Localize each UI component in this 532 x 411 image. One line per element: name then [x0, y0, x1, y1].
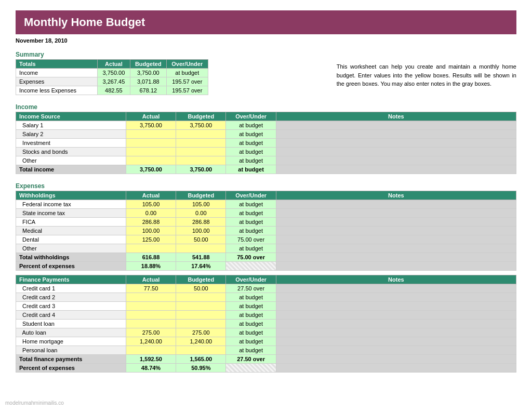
fin-row-label: Student loan: [16, 320, 126, 328]
fin-row-overunder: 27.50 over: [226, 284, 276, 293]
fin-pct-overunder: [226, 364, 276, 373]
fin-row-overunder: at budget: [226, 302, 276, 311]
finance-header-actual: Actual: [126, 275, 176, 284]
with-pct-actual: 18.88%: [126, 262, 176, 271]
with-row-overunder: at budget: [226, 209, 276, 218]
summary-table: Totals Actual Budgeted Over/Under Income…: [16, 59, 208, 95]
with-row-notes: [276, 209, 516, 218]
with-row-budgeted: 0.00: [176, 209, 226, 218]
fin-row-budgeted: [176, 293, 226, 302]
income-label: Income: [16, 103, 516, 111]
summary-header-overunder: Over/Under: [166, 60, 208, 69]
summary-row-label: Income: [16, 69, 98, 77]
fin-row-budgeted: 50.00: [176, 284, 226, 293]
with-row-actual: 105.00: [126, 200, 176, 209]
income-table: Income Source Actual Budgeted Over/Under…: [16, 112, 516, 174]
fin-row-actual: 1,240.00: [126, 337, 176, 346]
fin-row-overunder: at budget: [226, 346, 276, 355]
finance-table: Finance Payments Actual Budgeted Over/Un…: [16, 275, 516, 373]
watermark: modelrumahminimailis.co: [5, 400, 64, 406]
fin-row-notes: [276, 293, 516, 302]
summary-row-overunder: 195.57 over: [166, 77, 208, 86]
fin-pct-label: Percent of expenses: [16, 364, 126, 373]
with-total-budgeted: 541.88: [176, 253, 226, 262]
income-total-budgeted: 3,750.00: [176, 165, 226, 174]
with-row-overunder: 75.00 over: [226, 235, 276, 244]
fin-row-notes: [276, 311, 516, 320]
fin-row-label: Auto loan: [16, 328, 126, 337]
withholdings-header-source: Withholdings: [16, 191, 126, 200]
expenses-label: Expenses: [16, 182, 516, 190]
income-row-budgeted: 3,750.00: [176, 121, 226, 130]
income-row-overunder: at budget: [226, 121, 276, 130]
fin-row-overunder: at budget: [226, 328, 276, 337]
income-row-budgeted: [176, 148, 226, 156]
with-pct-label: Percent of expenses: [16, 262, 126, 271]
fin-row-budgeted: 1,240.00: [176, 337, 226, 346]
income-row-notes: [276, 130, 516, 139]
fin-pct-budgeted: 50.95%: [176, 364, 226, 373]
income-header-notes: Notes: [276, 112, 516, 121]
income-header-actual: Actual: [126, 112, 176, 121]
fin-row-label: Personal loan: [16, 346, 126, 355]
with-row-notes: [276, 244, 516, 253]
income-row-actual: [126, 156, 176, 165]
with-row-notes: [276, 200, 516, 209]
income-row-label: Salary 2: [16, 130, 126, 139]
fin-row-budgeted: [176, 320, 226, 328]
with-pct-budgeted: 17.64%: [176, 262, 226, 271]
with-row-overunder: at budget: [226, 200, 276, 209]
income-row-actual: [126, 148, 176, 156]
fin-pct-actual: 48.74%: [126, 364, 176, 373]
summary-row-budgeted: 3,071.88: [130, 77, 166, 86]
summary-header-totals: Totals: [16, 60, 98, 69]
page-title: Monthly Home Budget: [24, 16, 508, 29]
summary-row-actual: 482.55: [98, 86, 130, 95]
income-row-label: Other: [16, 156, 126, 165]
fin-row-overunder: at budget: [226, 311, 276, 320]
income-row-budgeted: [176, 130, 226, 139]
withholdings-table: Withholdings Actual Budgeted Over/Under …: [16, 191, 516, 271]
finance-header-notes: Notes: [276, 275, 516, 284]
summary-row-actual: 3,750.00: [98, 69, 130, 77]
fin-row-budgeted: [176, 311, 226, 320]
income-row-label: Investment: [16, 139, 126, 148]
finance-header-overunder: Over/Under: [226, 275, 276, 284]
fin-row-actual: [126, 346, 176, 355]
with-row-overunder: at budget: [226, 227, 276, 235]
income-row-notes: [276, 148, 516, 156]
summary-row-budgeted: 3,750.00: [130, 69, 166, 77]
fin-row-label: Credit card 2: [16, 293, 126, 302]
with-total-actual: 616.88: [126, 253, 176, 262]
fin-row-label: Credit card 1: [16, 284, 126, 293]
fin-row-budgeted: [176, 302, 226, 311]
income-header-budgeted: Budgeted: [176, 112, 226, 121]
income-row-label: Salary 1: [16, 121, 126, 130]
withholdings-header-overunder: Over/Under: [226, 191, 276, 200]
fin-row-label: Home mortgage: [16, 337, 126, 346]
with-row-label: Medical: [16, 227, 126, 235]
income-header-overunder: Over/Under: [226, 112, 276, 121]
income-row-actual: [126, 139, 176, 148]
fin-row-label: Credit card 4: [16, 311, 126, 320]
with-row-budgeted: 105.00: [176, 200, 226, 209]
income-row-actual: 3,750.00: [126, 121, 176, 130]
summary-header-actual: Actual: [98, 60, 130, 69]
with-row-label: State income tax: [16, 209, 126, 218]
income-total-notes: [276, 165, 516, 174]
description-text: This worksheet can help you create and m…: [337, 47, 516, 88]
income-header-source: Income Source: [16, 112, 126, 121]
with-row-label: Federal income tax: [16, 200, 126, 209]
fin-row-budgeted: 275.00: [176, 328, 226, 337]
with-row-actual: 0.00: [126, 209, 176, 218]
fin-row-notes: [276, 320, 516, 328]
withholdings-header-notes: Notes: [276, 191, 516, 200]
with-total-overunder: 75.00 over: [226, 253, 276, 262]
with-row-budgeted: 100.00: [176, 227, 226, 235]
income-row-label: Stocks and bonds: [16, 148, 126, 156]
income-total-label: Total income: [16, 165, 126, 174]
with-total-label: Total withholdings: [16, 253, 126, 262]
fin-row-overunder: at budget: [226, 337, 276, 346]
income-row-overunder: at budget: [226, 139, 276, 148]
fin-total-notes: [276, 355, 516, 364]
